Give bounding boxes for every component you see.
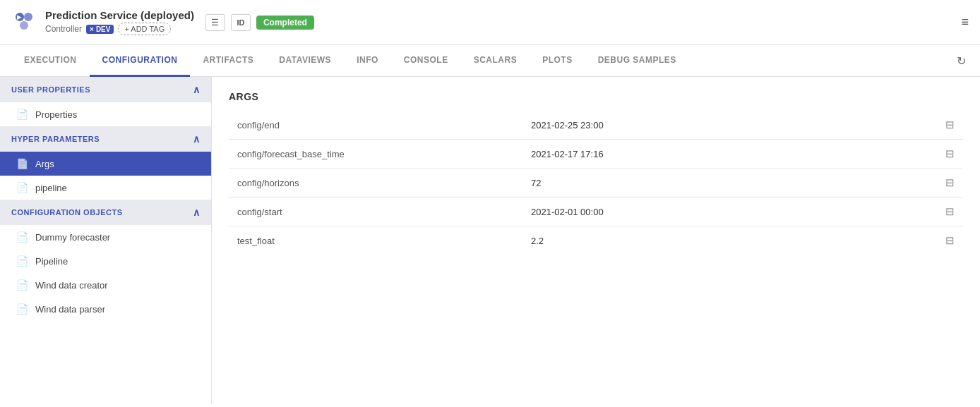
tab-configuration[interactable]: CONFIGURATION [90, 45, 191, 77]
user-properties-label: USER PROPERTIES [11, 85, 90, 94]
hyper-parameters-label: HYPER PARAMETERS [11, 135, 100, 143]
sidebar-item-dummy-forecaster[interactable]: 📄 Dummy forecaster [0, 225, 211, 249]
tab-execution[interactable]: EXECUTION [11, 45, 90, 77]
sidebar-item-wind-data-parser[interactable]: 📄 Wind data parser [0, 297, 211, 321]
sidebar-item-args[interactable]: 📄 Args [0, 152, 211, 176]
config-key: config/forecast_base_time [229, 140, 522, 169]
sidebar-item-pipeline-obj[interactable]: 📄 Pipeline [0, 249, 211, 273]
app-header: ▶ Prediction Service (deployed) Controll… [0, 0, 980, 45]
logo-area: ▶ Prediction Service (deployed) Controll… [11, 9, 194, 35]
hamburger-menu-icon[interactable]: ≡ [961, 15, 969, 29]
config-key: config/horizons [229, 169, 522, 198]
table-row: config/horizons 72 ⊟ [229, 169, 963, 198]
config-value: 2.2 [522, 226, 926, 255]
list-icon-button[interactable]: ☰ [205, 14, 225, 31]
header-icons: ☰ ID Completed [205, 14, 314, 31]
sidebar-item-properties[interactable]: 📄 Properties [0, 102, 211, 126]
title-area: Prediction Service (deployed) Controller… [45, 9, 194, 35]
args-label: Args [35, 159, 54, 169]
tabs-bar: EXECUTION CONFIGURATION ARTIFACTS DATAVI… [0, 45, 980, 77]
wind-data-creator-label: Wind data creator [35, 280, 108, 291]
config-value: 2021-02-01 00:00 [522, 198, 926, 226]
hyper-parameters-chevron: ∧ [193, 133, 201, 145]
config-objects-chevron: ∧ [193, 207, 201, 218]
status-badge: Completed [256, 16, 314, 30]
config-value: 2021-02-25 23:00 [522, 111, 926, 140]
pipeline-label: pipeline [35, 183, 67, 193]
doc-icon: 📄 [16, 109, 28, 120]
app-title: Prediction Service (deployed) [45, 9, 194, 21]
doc-icon-wind-parser: 📄 [16, 303, 28, 315]
doc-icon-pipeline-obj: 📄 [16, 255, 28, 267]
tab-artifacts[interactable]: ARTIFACTS [190, 45, 266, 77]
refresh-button[interactable]: ↻ [954, 51, 969, 71]
list-icon: ☰ [211, 18, 219, 28]
row-menu-icon[interactable]: ⊟ [945, 119, 955, 130]
subtitle-row: Controller DEV + ADD TAG [45, 23, 194, 35]
wind-data-parser-label: Wind data parser [35, 304, 105, 315]
row-menu-icon[interactable]: ⊟ [945, 147, 955, 159]
row-menu-icon[interactable]: ⊟ [945, 205, 955, 217]
sidebar-section-user-properties[interactable]: USER PROPERTIES ∧ [0, 77, 211, 102]
table-row: config/end 2021-02-25 23:00 ⊟ [229, 111, 963, 140]
dev-badge: DEV [86, 25, 114, 34]
sidebar-item-wind-data-creator[interactable]: 📄 Wind data creator [0, 273, 211, 297]
content-area: ARGS config/end 2021-02-25 23:00 ⊟ confi… [212, 77, 980, 404]
id-icon: ID [237, 18, 244, 27]
svg-point-2 [20, 21, 28, 30]
doc-icon-pipeline: 📄 [16, 182, 28, 193]
config-table: config/end 2021-02-25 23:00 ⊟ config/for… [229, 111, 963, 255]
table-row: config/start 2021-02-01 00:00 ⊟ [229, 198, 963, 226]
table-row: test_float 2.2 ⊟ [229, 226, 963, 255]
properties-label: Properties [35, 109, 77, 120]
id-icon-button[interactable]: ID [231, 14, 251, 31]
sidebar-section-hyper-parameters[interactable]: HYPER PARAMETERS ∧ [0, 126, 211, 152]
tab-plots[interactable]: PLOTS [530, 45, 585, 77]
config-objects-label: CONFIGURATION OBJECTS [11, 208, 123, 217]
args-section-title: ARGS [229, 91, 963, 102]
config-key: config/end [229, 111, 522, 140]
svg-point-1 [24, 13, 32, 21]
doc-icon-dummy: 📄 [16, 231, 28, 243]
table-row: config/forecast_base_time 2021-02-17 17:… [229, 140, 963, 169]
config-value: 72 [522, 169, 926, 198]
row-menu-icon[interactable]: ⊟ [945, 234, 955, 246]
pipeline-obj-label: Pipeline [35, 256, 68, 267]
refresh-icon: ↻ [957, 55, 966, 67]
row-menu-icon[interactable]: ⊟ [945, 176, 955, 188]
sidebar-item-pipeline[interactable]: 📄 pipeline [0, 176, 211, 200]
tab-debug-samples[interactable]: DEBUG SAMPLES [585, 45, 689, 77]
header-right: ≡ [961, 15, 969, 30]
add-tag-button[interactable]: + ADD TAG [118, 23, 171, 35]
svg-text:▶: ▶ [17, 14, 22, 20]
config-key: config/start [229, 198, 522, 226]
app-logo: ▶ [11, 10, 37, 35]
sidebar-section-config-objects[interactable]: CONFIGURATION OBJECTS ∧ [0, 200, 211, 225]
doc-icon-args: 📄 [16, 158, 28, 169]
main-layout: USER PROPERTIES ∧ 📄 Properties HYPER PAR… [0, 77, 980, 404]
subtitle-text: Controller [45, 24, 82, 34]
dummy-forecaster-label: Dummy forecaster [35, 232, 110, 243]
tab-dataviews[interactable]: DATAVIEWS [266, 45, 344, 77]
config-key: test_float [229, 226, 522, 255]
tab-info[interactable]: INFO [344, 45, 391, 77]
user-properties-chevron: ∧ [193, 84, 201, 95]
tab-console[interactable]: CONSOLE [391, 45, 461, 77]
doc-icon-wind-creator: 📄 [16, 279, 28, 291]
sidebar: USER PROPERTIES ∧ 📄 Properties HYPER PAR… [0, 77, 212, 404]
config-value: 2021-02-17 17:16 [522, 140, 926, 169]
tab-scalars[interactable]: SCALARS [461, 45, 530, 77]
